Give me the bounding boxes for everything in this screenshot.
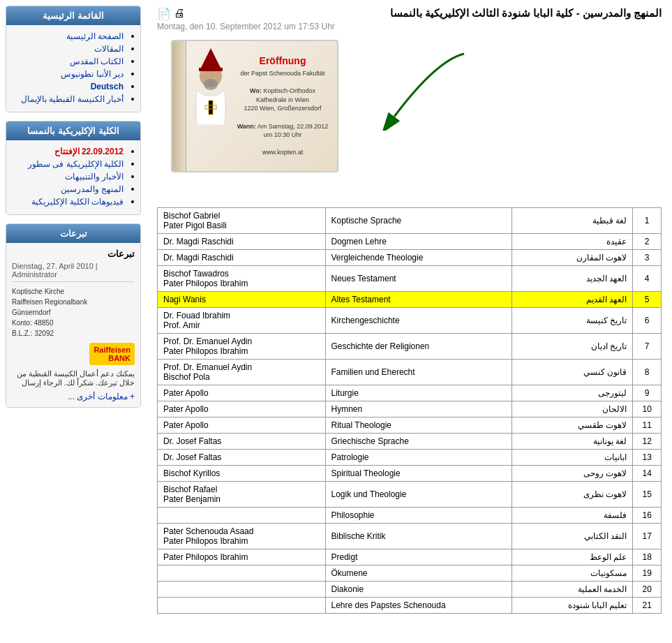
cell-arabic: لغة يونانية [512,434,633,450]
cell-teacher [158,508,326,524]
cell-arabic: تعليم البابا شنودة [512,598,633,614]
cell-german: Spiritual Theologie [325,466,512,482]
book-subtitle: der Papst Schenouda Fakultät Wo: Koptisc… [235,69,330,157]
bank-logo: Raiffeisen BANK [12,343,135,365]
cell-arabic: ليتورجى [512,385,633,401]
cell-german: Diakonie [325,582,512,598]
list-item: دير الأنبا نطونيوس [12,68,124,79]
sidebar-item-news[interactable]: أخبار الكنيسة القبطية بالإيمال [21,94,124,104]
donations-title: تبرعات [12,249,135,259]
cell-german: Lehre des Papstes Schenouda [325,598,512,614]
cell-german: Ökumene [325,566,512,582]
cell-german: Koptische Sprache [325,208,512,234]
pdf-icon[interactable]: 📄 [157,7,171,20]
cell-german: Logik und Theologie [325,482,512,508]
cell-german: Philosophie [325,508,512,524]
cell-german: Familien und Eherecht [325,360,512,385]
cell-number: 12 [633,434,662,450]
cell-number: 9 [633,385,662,401]
sidebar-item-curriculum[interactable]: المنهج والمدرسين [61,184,124,194]
cell-teacher: Pater Schenouda Asaad Pater Philopos Ibr… [158,524,326,549]
cell-teacher: Dr. Magdi Raschidi [158,250,326,266]
svg-rect-3 [199,68,223,71]
cell-arabic: تاريخ كنيسة [512,308,633,334]
sidebar-item-college-about[interactable]: الكلية الإكليريكية فى سطور [28,159,124,169]
table-row: Dr. Fouad Ibrahim Prof. AmirKirchengesch… [158,308,662,334]
table-row: Dr. Josef FaltasGriechische Spracheلغة ي… [158,434,662,450]
cell-teacher: Pater Apollo [158,385,326,401]
cell-german: Dogmen Lehre [325,234,512,250]
cell-arabic: ابانيات [512,450,633,466]
raiffeisen-logo: Raiffeisen BANK [89,343,135,365]
cell-number: 2 [633,234,662,250]
book-image-area: Eröffnung der Papst Schenouda Fakultät W… [157,40,662,193]
sidebar: القائمة الرئيسية الصفحة الرئيسية المقالا… [0,0,147,643]
cell-number: 15 [633,482,662,508]
table-row: Pater Schenouda Asaad Pater Philopos Ibr… [158,524,662,549]
sidebar-donations-header: تبرعات [6,224,140,243]
svg-marker-2 [200,48,221,69]
table-row: Prof. Dr. Emanuel Aydin Bischof PolaFami… [158,360,662,385]
sidebar-item-videos[interactable]: فيديوهات الكلية الإكليريكية [31,197,124,207]
print-icon[interactable]: 🖨 [174,7,185,20]
curriculum-table: Bischof Gabriel Pater Pigol BasiliKoptis… [157,207,662,614]
cell-number: 18 [633,549,662,566]
cell-arabic: فلسفة [512,508,633,524]
table-row: Lehre des Papstes Schenoudaتعليم البابا … [158,598,662,614]
cell-german: Griechische Sprache [325,434,512,450]
sidebar-donations-content: تبرعات Dienstag, 27. April 2010 | Admini… [6,243,140,407]
sidebar-college-header: الكلية الإكليريكية بالنمسا [6,121,140,140]
list-item: 22.09.2012 الإفتتاح [12,146,124,156]
cell-number: 21 [633,598,662,614]
cell-number: 3 [633,250,662,266]
list-item: الصفحة الرئيسية [12,31,124,41]
cell-teacher: Pater Philopos Ibrahim [158,549,326,566]
cell-arabic: العهد القديم [512,292,633,308]
cell-number: 5 [633,292,662,308]
cell-german: Predigt [325,549,512,566]
table-row: Prof. Dr. Emanuel Aydin Pater Philopos I… [158,334,662,360]
sidebar-item-opening[interactable]: 22.09.2012 الإفتتاح [54,147,124,156]
cell-number: 13 [633,450,662,466]
sidebar-item-articles[interactable]: المقالات [94,44,124,54]
cell-german: Geschichte der Religionen [325,334,512,360]
cell-german: Kirchengeschichte [325,308,512,334]
donation-date: Dienstag, 27. April 2010 | Administrator [12,262,135,282]
sidebar-item-deutsch[interactable]: Deutsch [91,82,124,91]
cell-german: Liturgie [325,385,512,401]
sidebar-item-home[interactable]: الصفحة الرئيسية [66,31,124,41]
cell-teacher: Nagi Wanis [158,292,326,308]
cell-number: 20 [633,582,662,598]
cell-teacher: Dr. Magdi Raschidi [158,234,326,250]
donation-description: يمكنك دعم أعمال الكنيسة القبطية من خلال … [12,369,135,387]
sidebar-item-monastery[interactable]: دير الأنبا نطونيوس [61,69,124,79]
cell-number: 8 [633,360,662,385]
cell-number: 1 [633,208,662,234]
cell-teacher: Prof. Dr. Emanuel Aydin Bischof Pola [158,360,326,385]
sidebar-main-menu-header: القائمة الرئيسية [6,6,140,25]
cell-german: Hymnen [325,401,512,417]
sidebar-item-news-alerts[interactable]: الأخبار والتنبيهات [65,172,124,182]
list-item: الأخبار والتنبيهات [12,171,124,182]
cell-teacher: Dr. Josef Faltas [158,450,326,466]
cell-number: 7 [633,334,662,360]
cell-arabic: علم الوعظ [512,549,633,566]
cell-number: 6 [633,308,662,334]
page-date: Montag, den 10. September 2012 um 17:53 … [157,22,662,31]
sidebar-item-bible[interactable]: الكتاب المقدس [70,57,124,66]
cell-arabic: قانون كنسي [512,360,633,385]
cell-number: 11 [633,417,662,434]
cell-number: 10 [633,401,662,417]
cell-german: Altes Testament [325,292,512,308]
cell-german: Ritual Theologie [325,417,512,434]
cell-arabic: العهد الجديد [512,266,633,292]
cell-number: 16 [633,508,662,524]
table-row: Pater Philopos IbrahimPredigtعلم الوعظ18 [158,549,662,566]
list-item: Deutsch [12,81,124,91]
cell-teacher: Bischof Gabriel Pater Pigol Basili [158,208,326,234]
book-spine [172,41,186,171]
sidebar-college-list: 22.09.2012 الإفتتاح الكلية الإكليريكية ف… [12,146,135,207]
more-info-link[interactable]: + معلومات أخرى ... [68,392,135,401]
sidebar-main-menu-box: القائمة الرئيسية الصفحة الرئيسية المقالا… [6,6,141,112]
cell-teacher: Bischof Tawadros Pater Philopos Ibrahim [158,266,326,292]
